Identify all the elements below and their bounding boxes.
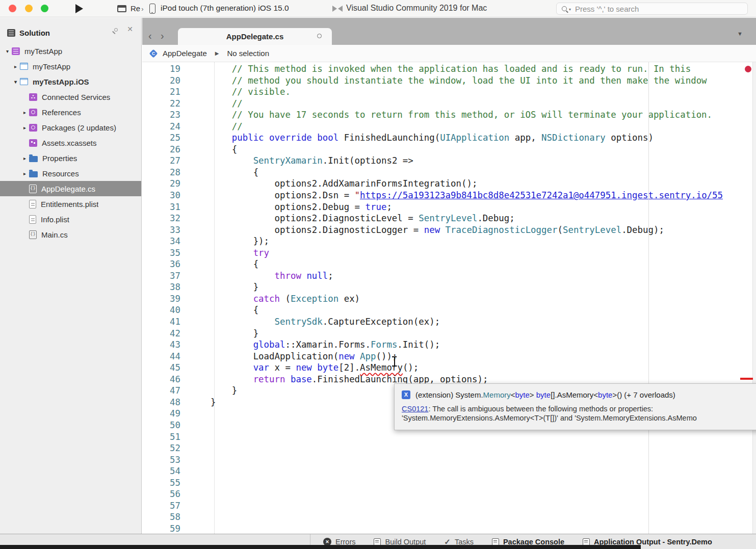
code-line-32[interactable]: 32 options2.DiagnosticLevel = SentryLeve… xyxy=(142,213,756,224)
chevron-right-icon: › xyxy=(141,5,143,13)
code-token: // This method is invoked when the appli… xyxy=(189,64,691,74)
disclosure-closed-icon[interactable]: ▸ xyxy=(20,110,29,115)
code-token xyxy=(189,374,253,384)
disclosure-closed-icon[interactable]: ▸ xyxy=(11,64,20,69)
code-line-38[interactable]: 38 } xyxy=(142,281,756,293)
tree-item-mytestapp.ios[interactable]: ▾myTestApp.iOS xyxy=(0,74,141,89)
code-token: byte xyxy=(598,390,612,399)
code-text xyxy=(180,455,189,465)
code-line-28[interactable]: 28 { xyxy=(142,167,756,178)
code-line-45[interactable]: 45 var x = new byte[2].AsMemory(); xyxy=(142,362,756,374)
code-line-58[interactable]: 58 xyxy=(142,511,756,523)
close-window-button[interactable] xyxy=(9,5,16,12)
code-line-39[interactable]: 39 catch (Exception ex) xyxy=(142,293,756,305)
code-token: options2.DiagnosticLevel = xyxy=(189,213,419,223)
code-line-56[interactable]: 56 xyxy=(142,488,756,500)
tree-item-packages-2-updates-[interactable]: ▸Packages (2 updates) xyxy=(0,120,141,135)
code-line-43[interactable]: 43 global::Xamarin.Forms.Forms.Init(); xyxy=(142,339,756,351)
code-line-57[interactable]: 57 xyxy=(142,500,756,512)
error-indicator-dot[interactable] xyxy=(745,66,751,72)
project-icon xyxy=(20,63,28,70)
line-number: 19 xyxy=(142,63,180,75)
code-line-41[interactable]: 41 SentrySdk.CaptureException(ex); xyxy=(142,316,756,328)
tree-item-appdelegate.cs[interactable]: AppDelegate.cs xyxy=(0,181,141,196)
code-line-21[interactable]: 21 // visible. xyxy=(142,86,756,98)
error-code-link[interactable]: CS0121 xyxy=(402,405,428,413)
code-token: Forms xyxy=(371,339,397,350)
code-text: var x = new byte[2].AsMemory(); xyxy=(180,362,419,373)
code-token: > xyxy=(530,390,536,399)
line-number: 34 xyxy=(142,236,180,247)
code-line-55[interactable]: 55 xyxy=(142,477,756,489)
tree-item-properties[interactable]: ▸Properties xyxy=(0,150,141,166)
code-token: }); xyxy=(189,236,269,246)
navigate-forward-button[interactable]: › xyxy=(161,30,164,42)
scrollbar[interactable] xyxy=(752,62,756,534)
pin-icon[interactable] xyxy=(114,28,118,32)
code-line-22[interactable]: 22 // xyxy=(142,98,756,110)
breadcrumb-selection[interactable]: No selection xyxy=(227,49,269,58)
close-icon[interactable]: ✕ xyxy=(127,25,133,33)
code-line-35[interactable]: 35 try xyxy=(142,247,756,259)
tree-item-info.plist[interactable]: Info.plist xyxy=(0,212,141,227)
code-token xyxy=(264,133,269,143)
code-text: throw null; xyxy=(180,271,333,281)
disclosure-open-icon[interactable]: ▾ xyxy=(11,79,20,85)
code-line-23[interactable]: 23 // You have 17 seconds to return from… xyxy=(142,109,756,121)
code-line-51[interactable]: 51 xyxy=(142,431,756,443)
code-text: // This method is invoked when the appli… xyxy=(180,64,691,74)
tab-list-dropdown[interactable]: ▼ xyxy=(737,31,743,37)
tree-item-assets.xcassets[interactable]: Assets.xcassets xyxy=(0,135,141,150)
disclosure-closed-icon[interactable]: ▸ xyxy=(20,125,29,130)
tab-appdelegate[interactable]: AppDelegate.cs xyxy=(178,28,332,45)
code-editor[interactable]: 19 // This method is invoked when the ap… xyxy=(142,62,756,534)
code-line-19[interactable]: 19 // This method is invoked when the ap… xyxy=(142,63,756,75)
code-line-36[interactable]: 36 { xyxy=(142,258,756,270)
run-configuration-selector[interactable]: Re› xyxy=(131,4,144,13)
tree-item-resources[interactable]: ▸Resources xyxy=(0,166,141,181)
tree-item-mytestapp[interactable]: ▸myTestApp xyxy=(0,59,141,74)
line-number: 32 xyxy=(142,213,180,224)
code-line-52[interactable]: 52 xyxy=(142,442,756,454)
tree-item-mytestapp[interactable]: ▾myTestApp xyxy=(0,43,141,59)
code-line-30[interactable]: 30 options2.Dsn = "https://5a193123a9b84… xyxy=(142,190,756,201)
code-line-34[interactable]: 34 }); xyxy=(142,236,756,247)
breadcrumb-class[interactable]: AppDelegate xyxy=(163,49,207,58)
tree-item-main.cs[interactable]: Main.cs xyxy=(0,227,141,242)
code-token xyxy=(189,271,275,281)
line-number: 41 xyxy=(142,316,180,328)
code-line-44[interactable]: 44 LoadApplication(new App()); xyxy=(142,351,756,362)
code-line-54[interactable]: 54 xyxy=(142,465,756,477)
error-scroll-marker[interactable] xyxy=(740,378,753,380)
device-selector[interactable]: iPod touch (7th generation) iOS 15.0 xyxy=(161,4,289,13)
code-line-29[interactable]: 29 options2.AddXamarinFormsIntegration()… xyxy=(142,178,756,190)
tree-item-label: Connected Services xyxy=(42,93,110,101)
line-number: 54 xyxy=(142,465,180,477)
tree-item-entitlements.plist[interactable]: Entitlements.plist xyxy=(0,196,141,212)
cs-icon xyxy=(29,185,37,193)
code-line-25[interactable]: 25 public override bool FinishedLaunchin… xyxy=(142,132,756,144)
code-line-31[interactable]: 31 options2.Debug = true; xyxy=(142,201,756,213)
tree-item-connected-services[interactable]: Connected Services xyxy=(0,89,141,104)
minimize-window-button[interactable] xyxy=(25,5,33,12)
tree-item-references[interactable]: ▸References xyxy=(0,104,141,120)
code-line-20[interactable]: 20 // method you should instantiate the … xyxy=(142,75,756,87)
code-token xyxy=(312,133,317,143)
line-number: 59 xyxy=(142,523,180,534)
code-line-26[interactable]: 26 { xyxy=(142,144,756,155)
disclosure-closed-icon[interactable]: ▸ xyxy=(20,155,29,161)
code-line-40[interactable]: 40 { xyxy=(142,304,756,316)
disclosure-closed-icon[interactable]: ▸ xyxy=(20,171,29,176)
code-line-59[interactable]: 59 xyxy=(142,523,756,534)
code-line-37[interactable]: 37 throw null; xyxy=(142,270,756,282)
code-line-53[interactable]: 53 xyxy=(142,454,756,466)
code-line-33[interactable]: 33 options2.DiagnosticLogger = new Trace… xyxy=(142,224,756,236)
code-line-42[interactable]: 42 } xyxy=(142,328,756,339)
code-line-24[interactable]: 24 // xyxy=(142,121,756,133)
search-input[interactable]: ▾ Press '^,' to search xyxy=(556,3,748,15)
code-line-27[interactable]: 27 SentryXamarin.Init(options2 => xyxy=(142,155,756,167)
navigate-back-button[interactable]: ‹ xyxy=(148,30,152,42)
disclosure-open-icon[interactable]: ▾ xyxy=(3,48,12,54)
run-button[interactable] xyxy=(75,4,83,13)
zoom-window-button[interactable] xyxy=(41,5,48,12)
